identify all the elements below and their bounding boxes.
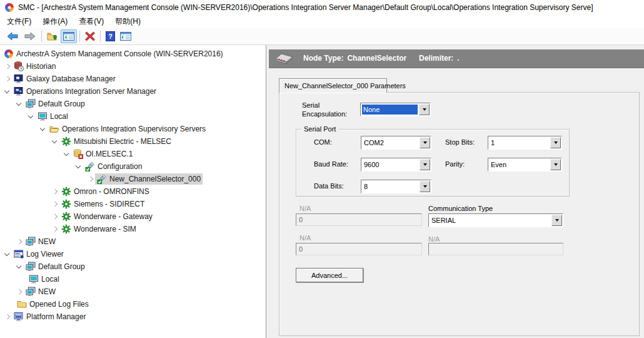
delimiter-label: Delimiter: <box>419 54 453 63</box>
tree-item-label: Siemens - SIDIRECT <box>74 200 144 208</box>
chevron-down-icon[interactable] <box>15 262 24 271</box>
tree-item-oi-melsec-1[interactable]: OI.MELSEC.1 <box>0 148 266 160</box>
chevron-right-icon[interactable] <box>51 200 59 208</box>
tree-item-configuration[interactable]: Configuration <box>0 160 266 173</box>
data-bits-combo[interactable]: 8 <box>361 180 431 193</box>
com-combo[interactable]: COM2 <box>361 136 431 150</box>
node-type-label: Node Type: <box>303 54 343 63</box>
chevron-right-icon[interactable] <box>3 74 12 83</box>
title-bar: SMC - [ArchestrA System Management Conso… <box>0 0 644 14</box>
chevron-down-icon[interactable] <box>51 137 59 146</box>
tree-item-wonderware-gateway[interactable]: Wonderware - Gateway <box>0 210 266 223</box>
tree-item-label: Operations Integration Server Manager <box>26 87 156 96</box>
dropdown-arrow-icon[interactable] <box>420 181 430 192</box>
chevron-down-icon[interactable] <box>27 112 36 121</box>
tree-item-wonderware-sim[interactable]: Wonderware - SIM <box>0 223 266 235</box>
tree-item-log-viewer[interactable]: Log Viewer <box>0 248 266 260</box>
back-button[interactable] <box>4 29 21 44</box>
node-header-bar: Node Type:ChannelSelector Delimiter:. <box>269 49 644 68</box>
tree-item-label: Historian <box>26 62 56 71</box>
chevron-down-icon[interactable] <box>74 162 83 171</box>
menu-help[interactable]: 帮助(H) <box>109 15 146 28</box>
tree-item-local[interactable]: Local <box>0 110 266 123</box>
toolbar-separator <box>100 31 101 42</box>
stop-bits-label: Stop Bits: <box>445 138 475 146</box>
communication-type-combo[interactable]: SERIAL <box>428 213 563 227</box>
help-icon: ? <box>106 31 115 41</box>
folder-open-icon <box>49 124 59 134</box>
tree-item-label: Platform Manager <box>26 312 86 321</box>
baud-rate-combo[interactable]: 9600 <box>361 158 431 172</box>
communication-type-label: Communication Type <box>428 205 493 212</box>
chevron-down-icon[interactable] <box>15 100 24 108</box>
tree-item-archestra-system-management-console-win-server2016[interactable]: ArchestrA System Management Console (WIN… <box>0 48 266 60</box>
stop-bits-value: 1 <box>490 138 549 148</box>
chevron-right-icon[interactable] <box>15 287 24 296</box>
db-error-icon <box>73 149 83 159</box>
tree-item-galaxy-database-manager[interactable]: Galaxy Database Manager <box>0 73 266 85</box>
delimiter-value: . <box>457 54 459 63</box>
advanced-button[interactable]: Advanced... <box>296 268 363 282</box>
menu-action[interactable]: 操作(A) <box>37 15 73 28</box>
chevron-right-icon[interactable] <box>51 187 59 196</box>
group-icon <box>26 237 36 247</box>
show-panel-icon <box>120 32 131 41</box>
tree-item-platform-manager[interactable]: Platform Manager <box>0 310 266 323</box>
chevron-down-icon[interactable] <box>3 87 12 96</box>
tree-item-new[interactable]: NEW <box>0 235 266 248</box>
dropdown-arrow-icon[interactable] <box>420 159 430 170</box>
up-level-button[interactable] <box>44 29 61 44</box>
chevron-right-icon[interactable] <box>3 62 12 71</box>
console-tree-toggle-button[interactable] <box>61 29 77 43</box>
tree-item-new-channelselector-000[interactable]: New_ChannelSelector_000 <box>0 173 266 185</box>
device-icon <box>271 51 296 68</box>
toolbar-separator <box>41 31 42 42</box>
tree-item-historian[interactable]: Historian <box>0 60 266 73</box>
chevron-down-icon[interactable] <box>63 150 71 158</box>
chevron-right-icon[interactable] <box>15 237 24 246</box>
tree-item-label: Configuration <box>98 162 142 171</box>
delete-button[interactable] <box>83 29 98 44</box>
gear-icon <box>61 212 71 222</box>
log-viewer-icon <box>14 249 24 259</box>
help-button[interactable]: ? <box>103 29 118 44</box>
na-field-3-label: N/A <box>428 235 440 243</box>
parity-combo[interactable]: Even <box>488 158 562 172</box>
chevron-right-icon[interactable] <box>51 212 59 221</box>
show-panel-button[interactable] <box>118 29 134 43</box>
dropdown-arrow-icon[interactable] <box>551 215 562 226</box>
tree-item-default-group[interactable]: Default Group <box>0 260 266 273</box>
dropdown-arrow-icon[interactable] <box>550 159 561 170</box>
tree-item-operations-integration-server-manager[interactable]: Operations Integration Server Manager <box>0 85 266 98</box>
chevron-right-icon[interactable] <box>51 225 59 233</box>
serial-encapsulation-combo[interactable]: None <box>360 103 431 116</box>
dropdown-arrow-icon[interactable] <box>419 104 430 115</box>
chevron-right-icon[interactable] <box>3 312 12 321</box>
parameters-tab[interactable]: New_ChannelSelector_000 Parameters <box>279 78 387 93</box>
tree-item-mitsubishi-electric-melsec[interactable]: Mitsubishi Electric - MELSEC <box>0 135 266 148</box>
tree-item-opened-log-files[interactable]: Opened Log Files <box>0 298 266 310</box>
na-field-1-input <box>296 213 422 226</box>
dropdown-arrow-icon[interactable] <box>550 137 561 148</box>
console-tree-icon <box>63 32 74 41</box>
chevron-down-icon[interactable] <box>3 250 12 259</box>
chevron-down-icon[interactable] <box>39 125 48 133</box>
back-icon <box>6 31 19 41</box>
chevron-right-icon[interactable] <box>86 175 95 183</box>
menu-file[interactable]: 文件(F) <box>1 15 37 28</box>
tree-item-local[interactable]: Local <box>0 273 266 285</box>
serial-port-group-title: Serial Port <box>301 125 338 133</box>
folder-closed-icon <box>17 299 27 309</box>
tree-item-label: Log Viewer <box>26 250 64 259</box>
forward-button[interactable] <box>21 29 39 44</box>
stop-bits-combo[interactable]: 1 <box>488 136 562 150</box>
na-field-3-input <box>428 243 563 255</box>
menu-view[interactable]: 查看(V) <box>73 15 109 28</box>
dropdown-arrow-icon[interactable] <box>420 137 430 148</box>
tree-item-default-group[interactable]: Default Group <box>0 98 266 110</box>
tree-item-omron-omronfins[interactable]: Omron - OMRONFINS <box>0 185 266 198</box>
tree-item-siemens-sidirect[interactable]: Siemens - SIDIRECT <box>0 198 266 210</box>
serial-encapsulation-label: Serial Encapsulation: <box>302 101 360 118</box>
tree-item-operations-integration-supervisory-servers[interactable]: Operations Integration Supervisory Serve… <box>0 123 266 135</box>
tree-item-new[interactable]: NEW <box>0 285 266 298</box>
